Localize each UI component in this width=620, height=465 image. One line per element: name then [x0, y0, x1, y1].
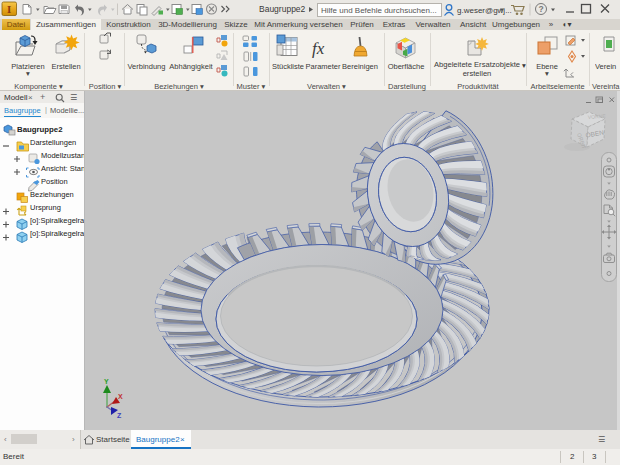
- svg-text:Y: Y: [104, 378, 109, 385]
- svg-text:g.weser@gwj...: g.weser@gwj...: [457, 6, 512, 15]
- svg-text:Z: Z: [117, 412, 122, 419]
- svg-text:Baugruppe2: Baugruppe2: [259, 4, 306, 14]
- svg-text:fx: fx: [312, 39, 325, 58]
- svg-text:?: ?: [538, 4, 543, 14]
- svg-text:I: I: [7, 3, 11, 15]
- svg-text:Hilfe und Befehle durchsuchen.: Hilfe und Befehle durchsuchen...: [321, 6, 437, 15]
- svg-text:X: X: [118, 393, 123, 400]
- svg-text:VORNE: VORNE: [588, 113, 607, 120]
